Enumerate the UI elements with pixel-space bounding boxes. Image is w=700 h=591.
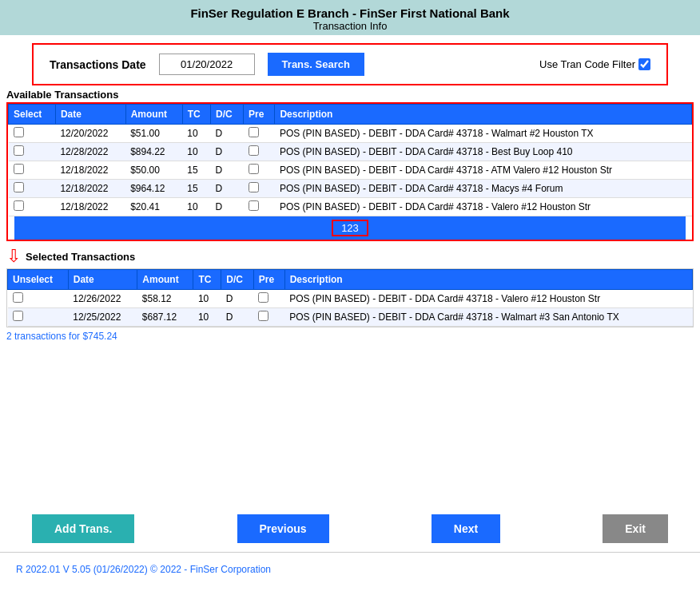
available-table-header: Select Date Amount TC D/C Pre Descriptio…: [9, 105, 692, 125]
row-pre-sel-checkbox[interactable]: [258, 292, 268, 303]
row-amount: $964.12: [125, 180, 182, 198]
selected-table-row: 12/26/2022 $58.12 10 D POS (PIN BASED) -…: [8, 290, 693, 308]
row-pre-sel-checkbox[interactable]: [258, 311, 268, 321]
selected-transactions-table: Unselect Date Amount TC D/C Pre Descript…: [7, 269, 693, 327]
row-pre-checkbox[interactable]: [249, 200, 259, 211]
row-date: 12/28/2022: [55, 143, 125, 161]
header-subtitle: Transaction Info: [0, 20, 700, 32]
col-amount-sel: Amount: [137, 270, 193, 290]
row-description: POS (PIN BASED) - DEBIT - DDA Card# 4371…: [275, 125, 692, 143]
version-text: R 2022.01 V 5.05 (01/26/2022) © 2022 - F…: [16, 564, 271, 575]
row-tc: 10: [182, 198, 210, 216]
exit-button[interactable]: Exit: [603, 514, 668, 543]
row-date: 12/18/2022: [55, 161, 125, 180]
tran-code-filter-checkbox[interactable]: [638, 58, 650, 70]
selected-table-row: 12/25/2022 $687.12 10 D POS (PIN BASED) …: [8, 308, 693, 327]
col-dc: D/C: [211, 105, 244, 125]
row-dc: D: [211, 143, 244, 161]
row-dc: D: [211, 198, 244, 216]
selected-row-checkbox[interactable]: [13, 292, 23, 303]
row-date: 12/18/2022: [55, 180, 125, 198]
col-tc: TC: [182, 105, 210, 125]
available-row-checkbox[interactable]: [14, 164, 24, 174]
row-pre-checkbox[interactable]: [249, 182, 259, 192]
row-tc: 15: [182, 161, 210, 180]
row-pre-checkbox[interactable]: [249, 164, 259, 174]
available-row-checkbox[interactable]: [14, 145, 24, 156]
row-dc-sel: D: [221, 308, 253, 327]
row-dc-sel: D: [221, 290, 253, 308]
row-tc: 10: [182, 143, 210, 161]
arrow-down-icon: ⇩: [6, 246, 21, 267]
selected-section-header: ⇩ Selected Transactions: [6, 246, 694, 267]
tran-code-filter: Use Tran Code Filter: [539, 58, 650, 70]
row-amount: $20.41: [125, 198, 182, 216]
row-description: POS (PIN BASED) - DEBIT - DDA Card# 4371…: [275, 161, 692, 180]
row-date-sel: 12/25/2022: [68, 308, 137, 327]
available-table-row: 12/20/2022 $51.00 10 D POS (PIN BASED) -…: [9, 125, 692, 143]
col-amount: Amount: [125, 105, 182, 125]
row-dc: D: [211, 161, 244, 180]
col-date: Date: [55, 105, 125, 125]
row-tc-sel: 10: [193, 308, 221, 327]
available-table-row: 12/28/2022 $894.22 10 D POS (PIN BASED) …: [9, 143, 692, 161]
available-transactions-section: Select Date Amount TC D/C Pre Descriptio…: [6, 102, 694, 241]
pagination-bar: 123: [14, 216, 686, 240]
row-amount: $51.00: [125, 125, 182, 143]
trans-search-button[interactable]: Trans. Search: [268, 53, 364, 76]
footer-buttons: Add Trans. Previous Next Exit: [0, 514, 700, 543]
pagination-badge: 123: [332, 220, 368, 236]
available-transactions-table: Select Date Amount TC D/C Pre Descriptio…: [8, 104, 692, 216]
col-dc-sel: D/C: [221, 270, 253, 290]
available-table-row: 12/18/2022 $964.12 15 D POS (PIN BASED) …: [9, 180, 692, 198]
col-description-sel: Description: [284, 270, 692, 290]
date-input[interactable]: [159, 54, 255, 75]
available-row-checkbox[interactable]: [14, 182, 24, 192]
row-tc-sel: 10: [193, 290, 221, 308]
col-unselect: Unselect: [8, 270, 69, 290]
row-description: POS (PIN BASED) - DEBIT - DDA Card# 4371…: [275, 143, 692, 161]
available-row-checkbox[interactable]: [14, 200, 24, 211]
header-section: FinSer Regulation E Branch - FinSer Firs…: [0, 0, 700, 35]
row-dc: D: [211, 125, 244, 143]
row-date-sel: 12/26/2022: [68, 290, 137, 308]
selected-row-checkbox[interactable]: [13, 311, 23, 321]
previous-button[interactable]: Previous: [237, 514, 329, 543]
row-description-sel: POS (PIN BASED) - DEBIT - DDA Card# 4371…: [284, 308, 692, 327]
selected-transactions-section: Unselect Date Amount TC D/C Pre Descript…: [6, 268, 694, 327]
add-trans-button[interactable]: Add Trans.: [32, 514, 134, 543]
selected-transactions-label: Selected Transactions: [26, 251, 135, 263]
row-pre-checkbox[interactable]: [249, 145, 259, 156]
row-description: POS (PIN BASED) - DEBIT - DDA Card# 4371…: [275, 198, 692, 216]
footer-divider: [0, 552, 700, 553]
row-dc: D: [211, 180, 244, 198]
row-tc: 10: [182, 125, 210, 143]
row-amount-sel: $687.12: [137, 308, 193, 327]
row-description: POS (PIN BASED) - DEBIT - DDA Card# 4371…: [275, 180, 692, 198]
col-pre: Pre: [244, 105, 275, 125]
row-amount: $894.22: [125, 143, 182, 161]
next-button[interactable]: Next: [432, 514, 500, 543]
row-amount-sel: $58.12: [137, 290, 193, 308]
row-amount: $50.00: [125, 161, 182, 180]
row-date: 12/18/2022: [55, 198, 125, 216]
available-table-row: 12/18/2022 $20.41 10 D POS (PIN BASED) -…: [9, 198, 692, 216]
available-transactions-label: Available Transactions: [6, 89, 694, 101]
available-row-checkbox[interactable]: [14, 127, 24, 137]
summary-text: 2 transactions for $745.24: [6, 331, 694, 342]
col-select: Select: [9, 105, 56, 125]
row-date: 12/20/2022: [55, 125, 125, 143]
row-pre-checkbox[interactable]: [249, 127, 259, 137]
available-table-row: 12/18/2022 $50.00 15 D POS (PIN BASED) -…: [9, 161, 692, 180]
search-section: Transactions Date Trans. Search Use Tran…: [32, 43, 668, 85]
header-title: FinSer Regulation E Branch - FinSer Firs…: [0, 6, 700, 20]
transactions-date-label: Transactions Date: [50, 58, 146, 71]
col-tc-sel: TC: [193, 270, 221, 290]
col-date-sel: Date: [68, 270, 137, 290]
col-pre-sel: Pre: [253, 270, 284, 290]
tran-code-filter-label: Use Tran Code Filter: [539, 58, 635, 70]
row-description-sel: POS (PIN BASED) - DEBIT - DDA Card# 4371…: [284, 290, 692, 308]
col-description: Description: [275, 105, 692, 125]
selected-table-header: Unselect Date Amount TC D/C Pre Descript…: [8, 270, 693, 290]
row-tc: 15: [182, 180, 210, 198]
